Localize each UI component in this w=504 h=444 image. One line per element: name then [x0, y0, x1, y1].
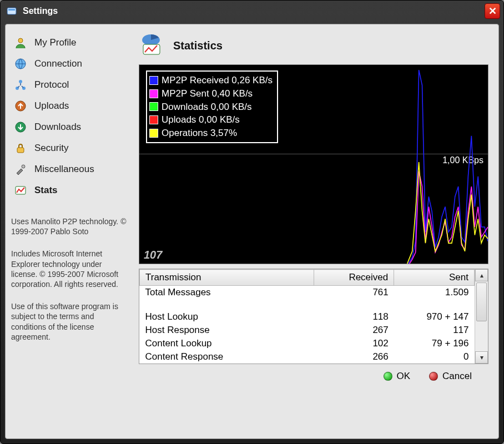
table-scrollbar[interactable]: ▴ ▾ [475, 269, 488, 364]
sidebar-item-label: My Profile [34, 37, 77, 48]
upload-icon [13, 99, 28, 113]
svg-rect-0 [7, 8, 16, 14]
close-icon: ✕ [488, 5, 497, 17]
legend-row: MP2P Sent 0,40 KB/s [149, 87, 273, 100]
page-title: Statistics [173, 39, 223, 52]
cell-received: 118 [314, 310, 394, 324]
legend-row: MP2P Received 0,26 KB/s [149, 74, 273, 87]
graph-legend: MP2P Received 0,26 KB/sMP2P Sent 0,40 KB… [146, 70, 278, 143]
sidebar-notes: Uses Manolito P2P technology. © 1999-200… [11, 216, 128, 354]
cancel-dot-icon [429, 372, 438, 381]
cell-name: Total Messages [140, 286, 314, 300]
sidebar-note: Use of this software program is subject … [11, 301, 128, 342]
legend-label: Downloads 0,00 KB/s [162, 100, 252, 114]
cell-received: 761 [314, 286, 394, 300]
stats-table-wrap: Transmission Received Sent Total Message… [139, 269, 488, 364]
table-row [140, 299, 475, 310]
table-row: Content Lookup10279 + 196 [140, 337, 475, 350]
cell-name: Host Response [140, 324, 314, 337]
sidebar-item-connection[interactable]: Connection [11, 53, 128, 74]
svg-rect-9 [17, 148, 24, 153]
scroll-down-arrow-icon[interactable]: ▾ [475, 351, 488, 364]
graph-panel: MP2P Received 0,26 KB/sMP2P Sent 0,40 KB… [139, 64, 488, 264]
legend-swatch-icon [149, 129, 158, 138]
ok-button[interactable]: OK [384, 371, 411, 382]
col-transmission[interactable]: Transmission [140, 270, 314, 286]
col-received[interactable]: Received [314, 270, 394, 286]
window-title: Settings [23, 6, 58, 16]
sidebar-item-label: Connection [34, 58, 82, 69]
download-icon [13, 120, 28, 134]
ok-dot-icon [384, 372, 392, 381]
col-sent[interactable]: Sent [394, 270, 475, 286]
sidebar-item-protocol[interactable]: Protocol [11, 74, 128, 95]
cell-sent: 79 + 196 [394, 337, 475, 350]
sidebar-item-uploads[interactable]: Uploads [11, 95, 128, 117]
graph-counter: 107 [144, 249, 162, 261]
sidebar-item-label: Miscellaneous [34, 164, 94, 175]
legend-row: Downloads 0,00 KB/s [149, 100, 273, 114]
button-bar: OK Cancel [139, 364, 488, 383]
table-row: Host Lookup118970 + 147 [140, 310, 475, 324]
cell-sent: 970 + 147 [394, 310, 475, 324]
cancel-button[interactable]: Cancel [429, 371, 472, 382]
sidebar-item-label: Protocol [34, 79, 69, 90]
scrollbar-thumb[interactable] [476, 282, 487, 321]
legend-label: MP2P Sent 0,40 KB/s [162, 87, 253, 100]
svg-rect-1 [8, 9, 15, 11]
lock-icon [13, 141, 28, 155]
legend-row: Operations 3,57% [149, 127, 273, 140]
sidebar-item-miscellaneous[interactable]: Miscellaneous [11, 159, 128, 180]
legend-label: Uploads 0,00 KB/s [162, 113, 240, 127]
sidebar-item-label: Uploads [34, 100, 69, 112]
svg-point-4 [19, 80, 22, 83]
cell-name: Host Lookup [140, 310, 314, 324]
tools-icon [13, 162, 28, 176]
table-row: Content Response2660 [140, 350, 475, 364]
cell-name: Content Lookup [140, 337, 314, 350]
legend-row: Uploads 0,00 KB/s [149, 113, 273, 127]
sidebar-item-label: Downloads [34, 122, 81, 133]
scroll-up-arrow-icon[interactable]: ▴ [475, 269, 488, 281]
cell-received: 267 [314, 324, 394, 337]
sidebar-item-security[interactable]: Security [11, 138, 128, 159]
settings-window: Settings ✕ My ProfileConnectionProtocolU… [0, 0, 504, 444]
close-button[interactable]: ✕ [485, 3, 500, 19]
svg-point-10 [22, 165, 25, 168]
sidebar-item-label: Stats [34, 185, 58, 196]
sidebar-note: Includes Microsoft Internet Explorer tec… [11, 249, 128, 289]
titlebar[interactable]: Settings ✕ [1, 1, 503, 22]
legend-swatch-icon [149, 76, 158, 85]
app-icon [6, 6, 17, 17]
person-icon [13, 36, 28, 50]
page-header: Statistics [139, 33, 488, 64]
sidebar-item-stats[interactable]: Stats [11, 180, 128, 201]
stats-icon [13, 183, 28, 198]
legend-label: MP2P Received 0,26 KB/s [162, 74, 273, 87]
cell-received: 266 [314, 350, 394, 364]
stats-header-icon [139, 33, 163, 58]
network-icon [13, 78, 28, 92]
cell-sent: 1.509 [394, 286, 475, 300]
sidebar: My ProfileConnectionProtocolUploadsDownl… [6, 24, 133, 438]
sidebar-item-label: Security [34, 143, 68, 154]
main-panel: Statistics MP2P Received 0,26 KB/sMP2P S… [133, 24, 498, 438]
legend-label: Operations 3,57% [162, 127, 237, 140]
svg-point-2 [18, 38, 23, 43]
sidebar-item-my-profile[interactable]: My Profile [11, 32, 128, 53]
cell-sent: 0 [394, 350, 475, 364]
scrollbar-track[interactable] [475, 281, 488, 351]
stats-table: Transmission Received Sent Total Message… [139, 269, 475, 364]
cancel-label: Cancel [442, 371, 472, 382]
sidebar-item-downloads[interactable]: Downloads [11, 117, 128, 138]
table-row: Host Response267117 [140, 324, 475, 337]
body: My ProfileConnectionProtocolUploadsDownl… [5, 24, 499, 439]
cell-received: 102 [314, 337, 394, 350]
globe-icon [13, 57, 28, 71]
cell-name: Content Response [140, 350, 314, 364]
legend-swatch-icon [149, 102, 158, 111]
table-row: Total Messages7611.509 [140, 286, 475, 300]
ok-label: OK [397, 371, 411, 382]
legend-swatch-icon [149, 115, 158, 124]
legend-swatch-icon [149, 89, 158, 98]
